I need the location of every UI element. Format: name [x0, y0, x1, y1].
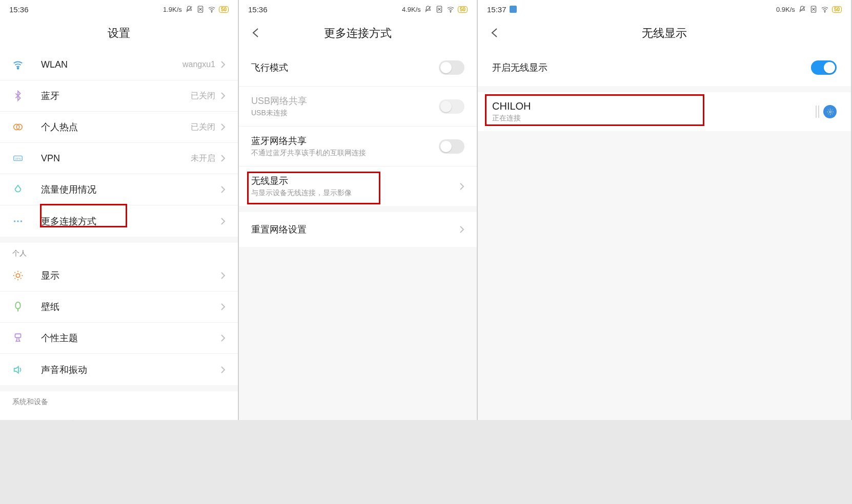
row-hotspot[interactable]: 个人热点 已关闭: [0, 112, 238, 143]
section-divider: [0, 237, 238, 243]
usb-sub: USB未连接: [251, 109, 439, 118]
row-bt-tether[interactable]: 蓝牙网络共享 不通过蓝牙共享该手机的互联网连接: [239, 127, 477, 166]
wireless-display-screen: 15:37 0.9K/s 50 无线显示 开启无线显示 CHILOH 正在连接: [478, 0, 852, 420]
battery-badge: 50: [458, 6, 468, 13]
mute-icon: [424, 5, 432, 13]
chevron-right-icon: [459, 182, 464, 191]
section-personal: 个人: [0, 243, 238, 260]
sim-disabled-icon: [435, 5, 443, 13]
mute-icon: [798, 5, 806, 13]
chevron-right-icon: [220, 271, 226, 280]
page-title: 无线显示: [642, 26, 687, 41]
page-title: 更多连接方式: [324, 26, 392, 41]
chevron-right-icon: [220, 154, 226, 162]
sim-disabled-icon: [809, 5, 818, 13]
brush-icon: [12, 332, 24, 344]
mute-icon: [185, 5, 193, 13]
row-theme[interactable]: 个性主题: [0, 323, 238, 354]
tulip-icon: [12, 301, 24, 312]
chevron-right-icon: [220, 303, 226, 311]
row-more-connections[interactable]: 更多连接方式: [0, 205, 238, 237]
sound-label: 声音和振动: [41, 364, 220, 376]
wlan-value: wangxu1: [182, 60, 215, 69]
row-wlan[interactable]: WLAN wangxu1: [0, 49, 238, 80]
row-enable-wireless[interactable]: 开启无线显示: [478, 49, 851, 86]
chevron-right-icon: [459, 225, 464, 234]
bluetooth-icon: [12, 90, 24, 101]
wifi-icon: [447, 5, 455, 13]
lock-label: 锁屏、密码和指纹: [41, 418, 220, 421]
row-airplane[interactable]: 飞行模式: [239, 49, 477, 87]
data-label: 流量使用情况: [41, 183, 220, 196]
back-button[interactable]: [251, 28, 260, 40]
net-speed: 4.9K/s: [402, 6, 421, 13]
row-data-usage[interactable]: 流量使用情况: [0, 174, 238, 205]
bt-tether-label: 蓝牙网络共享: [251, 135, 439, 147]
chevron-left-icon: [251, 28, 260, 38]
section-divider: [478, 86, 851, 92]
svg-point-12: [21, 220, 23, 222]
svg-text:VPN: VPN: [15, 157, 21, 160]
settings-list[interactable]: WLAN wangxu1 蓝牙 已关闭 个人热点 已关闭 VPN VPN 未开启…: [0, 49, 238, 420]
status-bar: 15:36 1.9K/s 50: [0, 0, 238, 18]
row-display[interactable]: 显示: [0, 260, 238, 291]
lock-icon: [12, 419, 24, 421]
sun-icon: [12, 270, 24, 281]
row-usb-tether: USB网络共享 USB未连接: [239, 87, 477, 127]
svg-point-13: [16, 274, 19, 277]
bluetooth-value: 已关闭: [191, 91, 215, 101]
status-icons: 0.9K/s 50: [776, 5, 842, 13]
battery-badge: 50: [832, 6, 842, 13]
chevron-right-icon: [220, 60, 226, 69]
row-sound[interactable]: 声音和振动: [0, 354, 238, 385]
hotspot-value: 已关闭: [191, 122, 215, 133]
wireless-display-list[interactable]: 开启无线显示 CHILOH 正在连接: [478, 49, 851, 420]
airplane-toggle[interactable]: [439, 60, 464, 75]
airplane-label: 飞行模式: [251, 61, 439, 74]
status-icons: 1.9K/s 50: [163, 5, 229, 13]
svg-point-25: [824, 12, 825, 12]
bt-tether-sub: 不通过蓝牙共享该手机的互联网连接: [251, 149, 439, 158]
section-system: 系统和设备: [0, 391, 238, 409]
row-bluetooth[interactable]: 蓝牙 已关闭: [0, 80, 238, 112]
chevron-right-icon: [220, 217, 226, 225]
status-app-badge: [510, 6, 517, 13]
svg-point-26: [829, 111, 831, 113]
page-title: 设置: [108, 26, 130, 41]
row-device-chiloh[interactable]: CHILOH 正在连接: [478, 92, 851, 131]
bt-tether-toggle[interactable]: [439, 139, 464, 154]
signal-icon: [816, 106, 819, 118]
svg-point-4: [211, 12, 212, 12]
section-divider: [239, 206, 477, 212]
title-bar: 更多连接方式: [239, 18, 477, 49]
gear-icon: [826, 108, 834, 116]
device-name: CHILOH: [492, 100, 816, 112]
net-speed: 0.9K/s: [776, 6, 795, 13]
row-lock[interactable]: 锁屏、密码和指纹: [0, 409, 238, 420]
device-settings-button[interactable]: [823, 105, 837, 118]
chevron-right-icon: [220, 123, 226, 131]
enable-toggle[interactable]: [811, 60, 837, 75]
vpn-icon: VPN: [12, 153, 24, 164]
enable-label: 开启无线显示: [492, 61, 811, 74]
battery-badge: 50: [219, 6, 229, 13]
more-connections-list[interactable]: 飞行模式 USB网络共享 USB未连接 蓝牙网络共享 不通过蓝牙共享该手机的互联…: [239, 49, 477, 420]
usb-label: USB网络共享: [251, 95, 439, 107]
row-vpn[interactable]: VPN VPN 未开启: [0, 143, 238, 174]
svg-point-5: [17, 68, 19, 69]
more-icon: [12, 216, 24, 227]
status-time: 15:36: [248, 5, 268, 14]
svg-point-11: [17, 220, 19, 222]
chevron-right-icon: [220, 185, 226, 194]
theme-label: 个性主题: [41, 332, 220, 344]
row-reset[interactable]: 重置网络设置: [239, 212, 477, 247]
more-connections-screen: 15:36 4.9K/s 50 更多连接方式 飞行模式 USB网络共享 USB未…: [239, 0, 478, 420]
hotspot-label: 个人热点: [41, 121, 191, 133]
svg-point-20: [450, 12, 451, 12]
status-bar: 15:37 0.9K/s 50: [478, 0, 851, 18]
back-button[interactable]: [490, 28, 499, 40]
row-wireless-display[interactable]: 无线显示 与显示设备无线连接，显示影像: [239, 166, 477, 206]
row-wallpaper[interactable]: 壁纸: [0, 291, 238, 323]
svg-point-10: [14, 220, 16, 222]
bluetooth-label: 蓝牙: [41, 90, 191, 102]
